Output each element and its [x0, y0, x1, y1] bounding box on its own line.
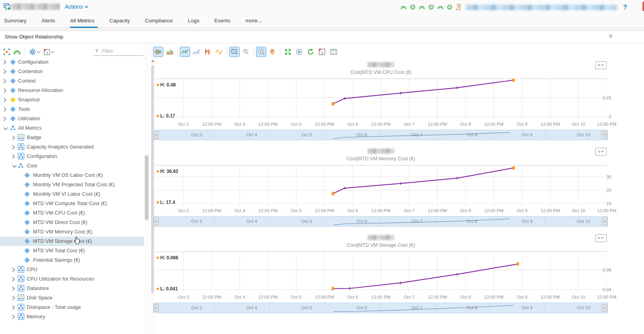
zoom-in-button[interactable]: [241, 47, 251, 57]
tree-item-cpu-utilization-for-resources[interactable]: CPU Utilization for Resources: [0, 274, 144, 284]
tree-filter-input[interactable]: [101, 48, 142, 54]
chevron-right-icon[interactable]: [12, 314, 15, 321]
slider-right-handle[interactable]: [602, 131, 607, 139]
tab-all-metrics[interactable]: All Metrics: [70, 14, 103, 28]
smooth-line-chart-button[interactable]: [191, 47, 201, 57]
tree-item-mtd-vm-storage-cost[interactable]: MTD VM Storage Cost (€): [0, 237, 144, 246]
chevron-right-icon[interactable]: [3, 60, 7, 66]
tab-events[interactable]: Events: [214, 14, 239, 28]
tree-item-utilization[interactable]: Utilization: [0, 114, 144, 123]
scroll-up-arrow[interactable]: [151, 60, 154, 62]
tree-item-monthly-vm-projected-total-cost[interactable]: Monthly VM Projected Total Cost (€): [0, 180, 144, 189]
tree-item-snapshot[interactable]: Snapshot: [0, 95, 144, 105]
expand-collapse-tree-button[interactable]: [3, 48, 10, 55]
time-range-slider[interactable]: Oct 3Oct 4Oct 5Oct 6Oct 7Oct 8Oct 9Oct 1…: [153, 216, 608, 227]
chevron-right-icon[interactable]: [12, 286, 15, 292]
tree-item-potential-savings[interactable]: Potential Savings (€): [0, 255, 144, 265]
double-chevron-down-icon[interactable]: [608, 33, 613, 40]
show-object-relationship-bar[interactable]: Show Object Relationship: [0, 31, 644, 43]
chevron-right-icon[interactable]: [12, 295, 15, 302]
chevron-right-icon[interactable]: [3, 79, 7, 85]
tree-item-badge[interactable]: Badge: [0, 133, 144, 142]
tab-more[interactable]: more...: [245, 14, 271, 28]
chart-panel-scrollbar[interactable]: [150, 43, 155, 334]
chevron-right-icon[interactable]: [12, 267, 15, 273]
chevron-right-icon[interactable]: [12, 305, 15, 311]
chevron-right-icon[interactable]: [3, 97, 7, 104]
tree-item-memory[interactable]: Memory: [0, 312, 144, 321]
tree-item-capacity-analytics-generated[interactable]: Capacity Analytics Generated: [0, 142, 144, 152]
badge-metrics-button[interactable]: [13, 49, 21, 55]
time-range-slider[interactable]: Oct 3Oct 4Oct 5Oct 6Oct 7Oct 8Oct 9Oct 1…: [153, 130, 608, 140]
tree-item-context[interactable]: Context: [0, 76, 144, 86]
wave-chart-button[interactable]: [214, 47, 224, 57]
scrollbar-thumb[interactable]: [145, 155, 148, 220]
metric-diamond-icon: [24, 201, 30, 206]
tree-item-configuration[interactable]: Configuration: [0, 57, 144, 67]
tree-item-mtd-vm-memory-cost[interactable]: MTD VM Memory Cost (€): [0, 227, 144, 237]
refresh-button[interactable]: [306, 47, 316, 57]
tab-alerts[interactable]: Alerts: [42, 14, 64, 28]
spike-chart-button[interactable]: [153, 47, 163, 57]
chevron-right-icon[interactable]: [12, 145, 15, 151]
chevron-down-icon[interactable]: [3, 126, 8, 132]
chevron-right-icon[interactable]: [12, 277, 15, 283]
tree-item-disk-space[interactable]: Disk Space: [0, 293, 144, 303]
line-chart-button[interactable]: [180, 47, 190, 57]
tree-scrollbar[interactable]: [144, 43, 150, 334]
zoom-out-button[interactable]: [229, 47, 240, 57]
scrollbar-thumb[interactable]: [151, 65, 154, 293]
slider-right-handle[interactable]: [602, 218, 607, 225]
tree-item-mtd-vm-cpu-cost[interactable]: MTD VM CPU Cost (€): [0, 208, 144, 218]
tab-summary[interactable]: Summary: [4, 14, 35, 28]
tree-item-cost[interactable]: Cost: [0, 161, 144, 171]
slider-left-handle[interactable]: [154, 131, 159, 139]
tab-capacity[interactable]: Capacity: [110, 14, 139, 28]
chevron-right-icon[interactable]: [12, 154, 15, 160]
tree-item-resource-allocation[interactable]: Resource Allocation: [0, 86, 144, 95]
fullscreen-button[interactable]: [283, 47, 293, 57]
chevron-right-icon[interactable]: [3, 69, 7, 75]
chevron-right-icon[interactable]: [12, 135, 15, 141]
tab-compliance[interactable]: Compliance: [145, 14, 181, 28]
slider-left-handle[interactable]: [154, 218, 159, 225]
date-range-button[interactable]: [328, 47, 338, 57]
plot-area[interactable]: H: 0.48 L: 0.17 0.250: [155, 79, 607, 120]
tree-item-all-metrics[interactable]: All Metrics: [0, 123, 144, 133]
tree-item-monthly-vm-vi-labor-cost[interactable]: Monthly VM VI Labor Cost (€): [0, 189, 144, 199]
chart-options-menu-icon[interactable]: ≡: [595, 148, 607, 156]
export-window-button[interactable]: [294, 47, 304, 57]
help-button[interactable]: ?: [623, 4, 627, 11]
tab-logs[interactable]: Logs: [188, 14, 208, 28]
plot-area[interactable]: H: 36.62 L: 17.4 302010: [155, 165, 607, 206]
tree-filter-field[interactable]: [93, 46, 143, 56]
slider-right-handle[interactable]: [602, 304, 607, 312]
tree-item-mtd-vm-total-cost[interactable]: MTD VM Total Cost (€): [0, 246, 144, 255]
tree-item-contention[interactable]: Contention: [0, 67, 144, 76]
pan-hand-button[interactable]: [267, 47, 278, 57]
tree-item-mtd-vm-compute-total-cost[interactable]: MTD VM Compute Total Cost (€): [0, 199, 144, 208]
area-chart-button[interactable]: [165, 47, 175, 57]
tree-item-configuration[interactable]: Configuration: [0, 152, 144, 161]
zoom-selection-button[interactable]: [256, 47, 266, 57]
date-single-button[interactable]: 1: [317, 47, 327, 57]
tree-item-datastore[interactable]: Datastore: [0, 284, 144, 293]
actions-menu-button[interactable]: Actions: [65, 4, 88, 10]
chart-options-menu-icon[interactable]: ≡: [595, 234, 607, 242]
chevron-right-icon[interactable]: [3, 116, 7, 123]
candlestick-chart-button[interactable]: [203, 47, 213, 57]
tree-item-diskspace-total-usage[interactable]: Diskspace - Total usage: [0, 303, 144, 312]
settings-gear-button[interactable]: [29, 48, 40, 55]
chevron-down-icon[interactable]: [12, 163, 17, 169]
slider-left-handle[interactable]: [154, 304, 159, 312]
chevron-right-icon[interactable]: [3, 88, 7, 94]
plot-area[interactable]: H: 0.066 L: 0.041 0.060.04: [155, 251, 607, 293]
chevron-right-icon[interactable]: [3, 107, 7, 113]
time-range-slider[interactable]: Oct 3Oct 4Oct 5Oct 6Oct 7Oct 8Oct 9Oct 1…: [153, 303, 608, 313]
tree-item-mtd-vm-direct-cost[interactable]: MTD VM Direct Cost (€): [0, 218, 144, 227]
time-range-single-button[interactable]: 1: [44, 49, 55, 55]
tree-item-cpu[interactable]: CPU: [0, 265, 144, 274]
tree-item-tools[interactable]: Tools: [0, 105, 144, 114]
chart-options-menu-icon[interactable]: ≡: [595, 61, 607, 69]
tree-item-monthly-vm-os-labor-cost[interactable]: Monthly VM OS Labor Cost (€): [0, 171, 144, 180]
